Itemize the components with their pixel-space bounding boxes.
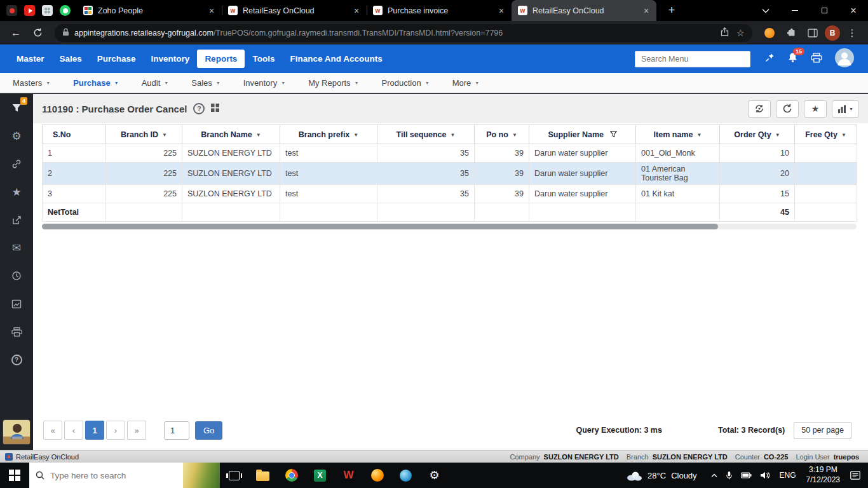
bookmark-star-icon[interactable]: ☆: [736, 27, 745, 39]
youtube-pinned-tab-icon[interactable]: [24, 5, 35, 16]
tab-zoho-people[interactable]: Zoho People ×: [77, 0, 222, 21]
chrome-icon[interactable]: [277, 463, 306, 488]
tab-close-icon[interactable]: ×: [641, 6, 651, 16]
start-button[interactable]: [0, 463, 29, 488]
table-row[interactable]: 1 225 SUZLON ENERGY LTD test 35 39 Darun…: [43, 144, 857, 163]
printer-icon[interactable]: [0, 318, 33, 346]
side-panel-icon[interactable]: [803, 24, 822, 43]
taskbar-search-input[interactable]: [50, 471, 165, 480]
export-icon[interactable]: [0, 206, 33, 234]
file-explorer-icon[interactable]: [248, 463, 277, 488]
tab-retaileasy-active[interactable]: w RetailEasy OnCloud ×: [512, 0, 656, 21]
table-row[interactable]: 3 225 SUZLON ENERGY LTD test 35 39 Darun…: [43, 185, 857, 203]
tab-search-icon[interactable]: [751, 0, 780, 21]
action-center-button[interactable]: [846, 471, 868, 480]
weather-widget[interactable]: 28°C Cloudy: [618, 470, 705, 481]
browser-globe-icon[interactable]: [391, 463, 420, 488]
language-indicator[interactable]: ENG: [776, 471, 800, 480]
subnav-item-inventory[interactable]: Inventory▼: [243, 78, 285, 88]
browser-menu-kebab-icon[interactable]: ⋮: [843, 24, 862, 43]
go-button[interactable]: Go: [195, 421, 222, 440]
nav-item-purchase[interactable]: Purchase: [90, 50, 144, 68]
link-icon[interactable]: [0, 150, 33, 178]
window-minimize-button[interactable]: [780, 0, 810, 21]
column-dropdown-icon[interactable]: ▼: [353, 132, 358, 138]
pin-icon[interactable]: [764, 53, 775, 65]
tab-purchase-invoice[interactable]: w Purchase invoice ×: [367, 0, 512, 21]
extension-colorpick-icon[interactable]: [760, 24, 779, 43]
first-page-button[interactable]: «: [43, 421, 62, 440]
scrollbar-thumb[interactable]: [42, 224, 718, 229]
column-header-sno[interactable]: S.No: [43, 125, 106, 144]
tab-close-icon[interactable]: ×: [351, 6, 362, 16]
next-page-button[interactable]: ›: [106, 421, 125, 440]
column-header-order-qty[interactable]: Order Qty▼: [720, 125, 795, 144]
address-bar[interactable]: appintegrations.retaileasy-gofrugal.com/…: [55, 24, 752, 42]
column-dropdown-icon[interactable]: ▼: [696, 132, 702, 138]
refresh-report-button[interactable]: [776, 100, 799, 118]
subnav-item-sales[interactable]: Sales▼: [191, 78, 220, 88]
column-header-supplier-name[interactable]: Supplier Name: [529, 125, 636, 144]
window-maximize-button[interactable]: [810, 0, 839, 21]
tab-close-icon[interactable]: ×: [496, 6, 506, 16]
column-header-po-no[interactable]: Po no▼: [475, 125, 529, 144]
subnav-item-production[interactable]: Production▼: [382, 78, 430, 88]
battery-icon[interactable]: [741, 472, 752, 478]
column-header-branch-name[interactable]: Branch Name▼: [182, 125, 280, 144]
tab-close-icon[interactable]: ×: [207, 6, 217, 16]
new-tab-button[interactable]: +: [664, 4, 679, 17]
horizontal-scrollbar[interactable]: [42, 224, 857, 229]
search-decoration-image[interactable]: [183, 463, 220, 488]
tab-retaileasy-1[interactable]: w RetailEasy OnCloud ×: [222, 0, 367, 21]
current-page-button[interactable]: 1: [85, 421, 104, 440]
print-icon[interactable]: [811, 53, 822, 65]
last-page-button[interactable]: »: [127, 421, 146, 440]
column-dropdown-icon[interactable]: ▼: [451, 132, 456, 138]
nav-item-reports[interactable]: Reports: [197, 50, 245, 68]
settings-gear-icon[interactable]: ⚙: [0, 122, 33, 150]
filter-funnel-icon[interactable]: [610, 131, 617, 138]
volume-icon[interactable]: [760, 471, 770, 479]
subnav-item-masters[interactable]: Masters▼: [13, 78, 50, 88]
layout-grid-icon[interactable]: [211, 103, 219, 114]
nav-item-sales[interactable]: Sales: [52, 50, 90, 68]
column-header-free-qty[interactable]: Free Qty▼: [795, 125, 857, 144]
nav-item-finance[interactable]: Finance And Accounts: [282, 50, 390, 68]
gallery-icon[interactable]: [0, 290, 33, 318]
column-dropdown-icon[interactable]: ▼: [256, 132, 261, 138]
microphone-icon[interactable]: [726, 471, 733, 480]
pinned-tab-3-icon[interactable]: [42, 5, 53, 16]
table-row[interactable]: 2 225 SUZLON ENERGY LTD test 35 39 Darun…: [43, 163, 857, 185]
excel-icon[interactable]: X: [306, 463, 334, 488]
tray-expand-chevron-icon[interactable]: [711, 473, 717, 478]
firefox-icon[interactable]: [363, 463, 391, 488]
subnav-item-audit[interactable]: Audit▼: [142, 78, 169, 88]
mail-icon[interactable]: ✉: [0, 234, 33, 262]
column-header-branch-prefix[interactable]: Branch prefix▼: [280, 125, 377, 144]
share-icon[interactable]: [721, 27, 729, 39]
favorite-report-button[interactable]: ★: [804, 100, 827, 118]
subnav-item-purchase[interactable]: Purchase▼: [73, 78, 118, 88]
nav-item-tools[interactable]: Tools: [245, 50, 282, 68]
taskbar-search[interactable]: [29, 463, 220, 488]
column-header-branch-id[interactable]: Branch ID▼: [106, 125, 182, 144]
column-header-item-name[interactable]: Item name▼: [636, 125, 720, 144]
column-header-till-sequence[interactable]: Till sequence▼: [377, 125, 475, 144]
column-dropdown-icon[interactable]: ▼: [775, 132, 780, 138]
pinned-tab-1-icon[interactable]: [6, 5, 17, 16]
windows-settings-icon[interactable]: ⚙: [420, 463, 449, 488]
chart-view-button[interactable]: ▼: [832, 100, 859, 118]
help-icon[interactable]: ?: [0, 346, 33, 374]
extensions-puzzle-icon[interactable]: [782, 24, 801, 43]
wps-writer-icon[interactable]: W: [334, 463, 363, 488]
prev-page-button[interactable]: ‹: [64, 421, 83, 440]
report-help-icon[interactable]: ?: [193, 103, 205, 114]
menu-search-input[interactable]: [635, 51, 750, 67]
nav-item-master[interactable]: Master: [9, 50, 52, 68]
whatsapp-pinned-tab-icon[interactable]: [60, 5, 71, 16]
goto-page-input[interactable]: [164, 421, 189, 440]
task-view-button[interactable]: [220, 463, 248, 488]
browser-profile-avatar[interactable]: B: [825, 25, 840, 41]
column-dropdown-icon[interactable]: ▼: [841, 132, 846, 138]
column-dropdown-icon[interactable]: ▼: [512, 132, 517, 138]
